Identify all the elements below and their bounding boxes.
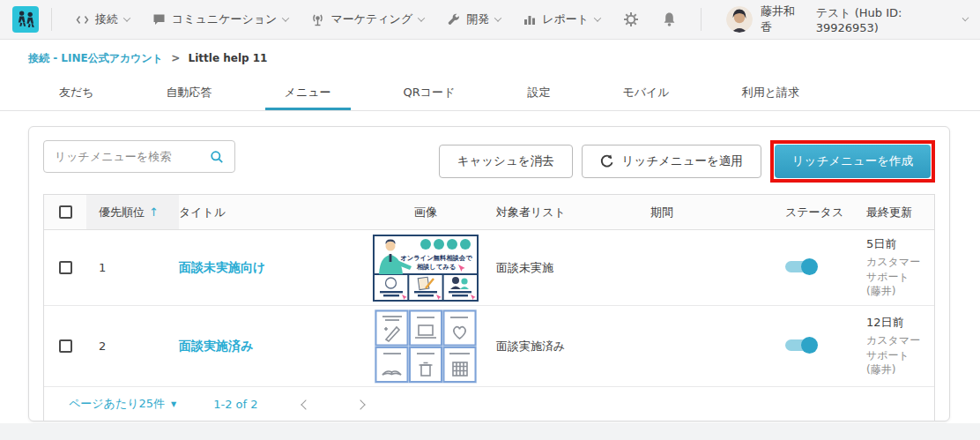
- chevron-down-icon: [418, 14, 425, 21]
- apply-rich-menu-button[interactable]: リッチメニューを適用: [582, 145, 761, 178]
- header-updated[interactable]: 最終更新: [866, 205, 934, 220]
- row-priority: 1: [86, 230, 179, 305]
- tab-mobile[interactable]: モバイル: [603, 76, 688, 110]
- caret-down-icon: ▼: [171, 400, 176, 408]
- tab-menu[interactable]: メニュー: [265, 76, 351, 110]
- navbar-right: 藤井和香 テスト (Hub ID: 39926953): [612, 4, 968, 35]
- breadcrumb-parent-link[interactable]: 接続 - LINE公式アカウント: [28, 52, 163, 64]
- tab-bar: 友だち 自動応答 メニュー QRコード 設定 モバイル 利用と請求: [0, 76, 980, 111]
- tab-friends[interactable]: 友だち: [40, 76, 114, 110]
- row-updated-by: カスタマーサポート (藤井): [866, 333, 927, 377]
- nav-item-marketing[interactable]: マーケティング: [311, 11, 424, 27]
- refresh-icon: [600, 154, 614, 168]
- nav-item-label: マーケティング: [330, 11, 412, 27]
- chevron-down-icon: [282, 14, 289, 21]
- clear-cache-label: キャッシュを消去: [457, 153, 554, 169]
- tab-usage-billing[interactable]: 利用と請求: [723, 76, 819, 110]
- bell-icon: [662, 11, 677, 27]
- header-image: 画像: [355, 205, 496, 220]
- per-page-selector[interactable]: ページあたり25件 ▼: [69, 396, 176, 412]
- user-menu[interactable]: 藤井和香 テスト (Hub ID: 39926953): [726, 4, 968, 35]
- rich-menu-title-link[interactable]: 面談実施済み: [179, 339, 253, 353]
- rich-menu-panel: キャッシュを消去 リッチメニューを適用 リッチメニューを作成 優先順位 ↑: [28, 126, 950, 421]
- svg-text:オンライン無料相談会で: オンライン無料相談会で: [400, 254, 472, 262]
- gear-icon: [623, 11, 639, 27]
- nav-item-label: コミュニケーション: [172, 11, 277, 27]
- header-title[interactable]: タイトル: [179, 205, 355, 220]
- search-input[interactable]: [55, 150, 210, 163]
- table-header-row: 優先順位 ↑ タイトル 画像 対象者リスト 期間 ステータス 最終更新: [44, 195, 934, 230]
- breadcrumb-current: Little help 11: [189, 52, 268, 64]
- previous-page-button[interactable]: [299, 394, 313, 414]
- nav-divider: [701, 8, 702, 31]
- chevron-right-icon: [355, 399, 365, 409]
- row-checkbox[interactable]: [59, 261, 72, 274]
- nav-item-label: 開発: [466, 11, 489, 27]
- notifications-button[interactable]: [650, 11, 688, 27]
- rich-menu-table: 優先順位 ↑ タイトル 画像 対象者リスト 期間 ステータス 最終更新 1 面談…: [43, 194, 935, 421]
- create-rich-menu-button[interactable]: リッチメニューを作成: [775, 145, 931, 178]
- breadcrumb: 接続 - LINE公式アカウント > Little help 11: [28, 51, 267, 66]
- nav-item-reports[interactable]: レポート: [523, 11, 600, 27]
- nav-item-development[interactable]: 開発: [447, 11, 501, 27]
- app-logo[interactable]: [12, 6, 39, 33]
- wrench-icon: [447, 13, 460, 26]
- settings-button[interactable]: [612, 11, 650, 27]
- rich-menu-title-link[interactable]: 面談未実施向け: [179, 260, 265, 274]
- tab-auto-response[interactable]: 自動応答: [147, 76, 232, 110]
- toolbar: キャッシュを消去 リッチメニューを適用 リッチメニューを作成: [43, 140, 935, 183]
- nav-item-label: レポート: [542, 11, 589, 27]
- broadcast-icon: [311, 13, 324, 26]
- table-pagination: ページあたり25件 ▼ 1-2 of 2: [44, 387, 934, 421]
- nav-item-connect[interactable]: 接続: [76, 11, 130, 27]
- row-updated-when: 5日前: [866, 236, 927, 252]
- top-navbar: 接続 コミュニケーション マーケティング 開発: [0, 0, 980, 40]
- header-status[interactable]: ステータス: [769, 205, 866, 220]
- header-audience[interactable]: 対象者リスト: [496, 205, 650, 220]
- nav-divider: [51, 8, 52, 31]
- row-checkbox[interactable]: [59, 339, 72, 353]
- header-priority[interactable]: 優先順位 ↑: [86, 195, 179, 229]
- toolbar-buttons: キャッシュを消去 リッチメニューを適用 リッチメニューを作成: [439, 140, 935, 183]
- nav-item-communication[interactable]: コミュニケーション: [152, 11, 288, 27]
- chat-icon: [152, 13, 166, 26]
- avatar: [726, 6, 753, 33]
- svg-text:相談してみる: 相談してみる: [416, 263, 456, 271]
- status-toggle[interactable]: [785, 258, 818, 275]
- next-page-button[interactable]: [353, 394, 368, 414]
- create-rich-menu-label: リッチメニューを作成: [792, 153, 913, 169]
- apply-rich-menu-label: リッチメニューを適用: [622, 153, 743, 169]
- tab-qr-code[interactable]: QRコード: [384, 76, 475, 110]
- sort-ascending-icon[interactable]: ↑: [149, 205, 159, 219]
- per-page-label: ページあたり25件: [69, 396, 165, 412]
- row-priority: 2: [86, 306, 179, 386]
- chevron-down-icon: [594, 14, 601, 21]
- table-row: 1 面談未実施向け: [44, 230, 934, 306]
- chevron-down-icon: [494, 14, 501, 21]
- row-audience: 面談未実施: [496, 260, 650, 276]
- row-audience: 面談実施済み: [496, 339, 650, 354]
- user-name: 藤井和香: [761, 4, 801, 35]
- logo-people-icon: [14, 8, 37, 31]
- code-icon: [76, 14, 89, 26]
- row-updated-by: カスタマーサポート (藤井): [866, 255, 927, 299]
- table-row: 2 面談実施済み: [44, 306, 934, 387]
- status-toggle[interactable]: [785, 337, 818, 354]
- user-account: テスト (Hub ID: 39926953): [816, 5, 950, 34]
- chevron-left-icon: [301, 399, 310, 409]
- header-period[interactable]: 期間: [650, 205, 769, 220]
- select-all-checkbox[interactable]: [59, 205, 72, 219]
- rich-menu-thumbnail-2[interactable]: [375, 309, 477, 384]
- row-updated-when: 12日前: [866, 315, 927, 331]
- rich-menu-thumbnail-1[interactable]: オンライン無料相談会で 相談してみる: [373, 235, 479, 302]
- clear-cache-button[interactable]: キャッシュを消去: [439, 145, 573, 178]
- breadcrumb-separator: >: [171, 52, 180, 64]
- bar-chart-icon: [523, 14, 536, 26]
- search-box: [43, 140, 235, 173]
- tab-settings[interactable]: 設定: [508, 76, 569, 110]
- annotation-highlight-box: リッチメニューを作成: [770, 140, 935, 183]
- search-icon[interactable]: [210, 150, 224, 164]
- nav-item-label: 接続: [95, 11, 118, 27]
- pagination-range: 1-2 of 2: [213, 398, 257, 411]
- chevron-down-icon: [123, 14, 130, 21]
